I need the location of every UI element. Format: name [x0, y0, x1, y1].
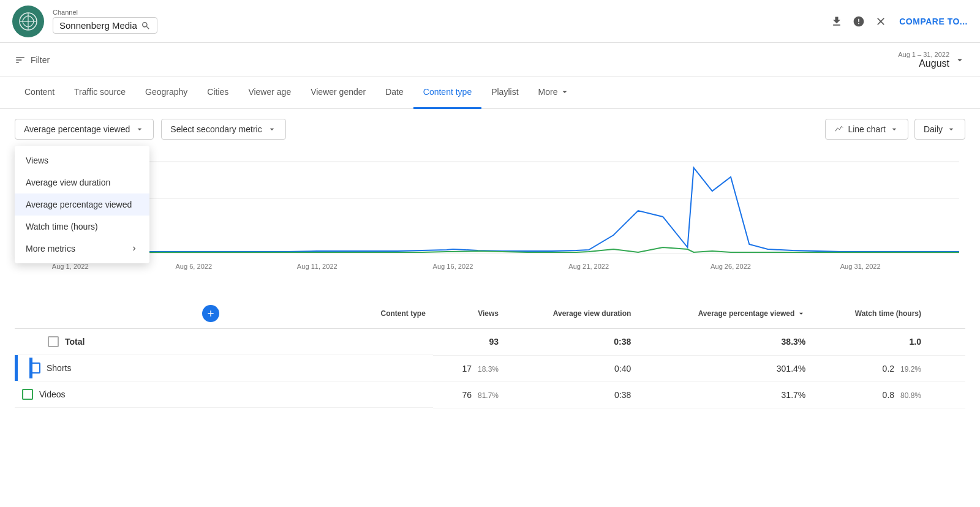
top-bar-left: Channel Sonnenberg Media	[12, 6, 157, 37]
filter-bar: Filter Aug 1 – 31, 2022 August	[0, 43, 980, 77]
td-videos-empty	[929, 381, 965, 408]
date-range-selector[interactable]: Aug 1 – 31, 2022 August	[898, 51, 965, 69]
tab-content-type[interactable]: Content type	[413, 77, 481, 109]
th-views: Views	[433, 299, 506, 329]
tab-more[interactable]: More	[529, 77, 580, 109]
th-avg-pct-viewed: Average percentage viewed	[638, 299, 813, 329]
chart-svg: 1,200.0% 600.0% 0.0% Aug 1, 2022 Aug 6, …	[15, 149, 965, 284]
tab-content[interactable]: Content	[15, 77, 64, 109]
th-content-type: Content type	[15, 299, 433, 329]
svg-text:Aug 31, 2022: Aug 31, 2022	[840, 263, 881, 270]
secondary-metric-label: Select secondary metric	[170, 124, 262, 134]
metric-more[interactable]: More metrics	[15, 238, 149, 260]
blue-line	[70, 168, 959, 252]
td-shorts-empty	[929, 355, 965, 381]
metric-watch-time[interactable]: Watch time (hours)	[15, 216, 149, 238]
secondary-metric-dropdown[interactable]: Select secondary metric	[161, 119, 285, 140]
td-total-avg-view-duration: 0:38	[506, 329, 638, 356]
tab-traffic-source[interactable]: Traffic source	[64, 77, 135, 109]
chevron-down-icon	[135, 124, 145, 134]
td-videos-avg-pct-viewed: 31.7%	[638, 381, 813, 408]
top-bar: Channel Sonnenberg Media COMPARE TO...	[0, 0, 980, 43]
td-total-avg-pct-viewed: 38.3%	[638, 329, 813, 356]
chart-right-controls: Line chart Daily	[825, 119, 965, 140]
svg-text:Aug 6, 2022: Aug 6, 2022	[175, 263, 212, 270]
data-table-section: Content type Views Average view duration…	[0, 299, 980, 408]
svg-text:Aug 1, 2022: Aug 1, 2022	[52, 263, 89, 270]
td-total-views: 93	[433, 329, 506, 356]
th-empty	[929, 299, 965, 329]
metric-views[interactable]: Views	[15, 149, 149, 171]
chart-type-dropdown[interactable]: Line chart	[825, 119, 908, 140]
tab-date[interactable]: Date	[375, 77, 413, 109]
date-range-text: Aug 1 – 31, 2022 August	[898, 51, 949, 69]
nav-tabs: Content Traffic source Geography Cities …	[0, 77, 980, 109]
td-videos-views: 76 81.7%	[433, 381, 506, 408]
td-shorts-watch-time: 0.2 19.2%	[813, 355, 929, 381]
chart-type-label: Line chart	[848, 124, 885, 134]
table-row-videos: Videos 76 81.7% 0:38 31.7% 0.8 80.8%	[15, 381, 965, 408]
add-column-button[interactable]	[202, 305, 219, 322]
close-icon[interactable]	[875, 15, 887, 28]
chevron-right-icon	[130, 244, 138, 253]
sort-down-icon	[797, 309, 805, 318]
channel-logo	[12, 6, 44, 37]
filter-control[interactable]: Filter	[15, 54, 50, 66]
filter-icon	[15, 54, 26, 66]
channel-label: Channel	[53, 9, 157, 16]
channel-info: Channel Sonnenberg Media	[53, 9, 157, 34]
alert-icon[interactable]	[853, 15, 865, 28]
chevron-down-icon	[954, 54, 965, 66]
td-total-watch-time: 1.0	[813, 329, 929, 356]
tab-cities[interactable]: Cities	[197, 77, 238, 109]
youtube-studio-icon	[18, 12, 38, 31]
metric-avg-view-duration[interactable]: Average view duration	[15, 171, 149, 193]
line-chart-icon	[834, 124, 844, 134]
top-bar-icons	[831, 15, 887, 28]
top-bar-right: COMPARE TO...	[831, 15, 968, 28]
interval-dropdown[interactable]: Daily	[914, 119, 965, 140]
svg-text:Aug 21, 2022: Aug 21, 2022	[568, 263, 609, 270]
metric-avg-pct-viewed[interactable]: Average percentage viewed	[15, 193, 149, 216]
td-total-label: Total	[15, 329, 433, 355]
line-chart: 1,200.0% 600.0% 0.0% Aug 1, 2022 Aug 6, …	[15, 149, 965, 284]
table-row-total: Total 93 0:38 38.3% 1.0	[15, 329, 965, 356]
th-watch-time: Watch time (hours)	[813, 299, 929, 329]
primary-metric-dropdown[interactable]: Average percentage viewed	[15, 119, 154, 140]
tab-viewer-gender[interactable]: Viewer gender	[301, 77, 375, 109]
chevron-down-interval-icon	[946, 124, 956, 134]
total-checkbox[interactable]	[48, 336, 59, 347]
metric-dropdown-menu: Views Average view duration Average perc…	[15, 146, 149, 263]
chart-controls: Average percentage viewed Select seconda…	[15, 119, 965, 140]
td-shorts-avg-view-duration: 0:40	[506, 355, 638, 381]
search-icon	[141, 21, 151, 31]
channel-name-box[interactable]: Sonnenberg Media	[53, 17, 157, 34]
date-sub: Aug 1 – 31, 2022	[898, 51, 949, 58]
svg-text:Aug 11, 2022: Aug 11, 2022	[297, 263, 337, 270]
th-avg-view-duration: Average view duration	[506, 299, 638, 329]
channel-name: Sonnenberg Media	[59, 20, 137, 31]
videos-checkbox[interactable]	[22, 389, 33, 400]
download-icon[interactable]	[831, 15, 843, 28]
td-shorts-views: 17 18.3%	[433, 355, 506, 381]
td-shorts-avg-pct-viewed: 301.4%	[638, 355, 813, 381]
compare-button[interactable]: COMPARE TO...	[899, 17, 968, 26]
tab-playlist[interactable]: Playlist	[481, 77, 528, 109]
tab-viewer-age[interactable]: Viewer age	[238, 77, 301, 109]
tab-geography[interactable]: Geography	[135, 77, 197, 109]
td-videos-watch-time: 0.8 80.8%	[813, 381, 929, 408]
table-header-row: Content type Views Average view duration…	[15, 299, 965, 329]
td-shorts-label: Shorts	[15, 355, 433, 381]
svg-text:Aug 26, 2022: Aug 26, 2022	[710, 263, 751, 270]
td-videos-label: Videos	[15, 381, 433, 408]
table-row-shorts: Shorts 17 18.3% 0:40 301.4% 0.2 19.2%	[15, 355, 965, 381]
primary-metric-label: Average percentage viewed	[24, 124, 130, 134]
svg-text:Aug 16, 2022: Aug 16, 2022	[433, 263, 473, 270]
expand-more-icon	[560, 87, 570, 97]
chart-area: Average percentage viewed Select seconda…	[0, 109, 980, 294]
date-main: August	[898, 58, 949, 69]
data-table: Content type Views Average view duration…	[15, 299, 965, 408]
chevron-down-chart-icon	[889, 124, 899, 134]
interval-label: Daily	[924, 124, 943, 134]
filter-label: Filter	[31, 55, 50, 65]
